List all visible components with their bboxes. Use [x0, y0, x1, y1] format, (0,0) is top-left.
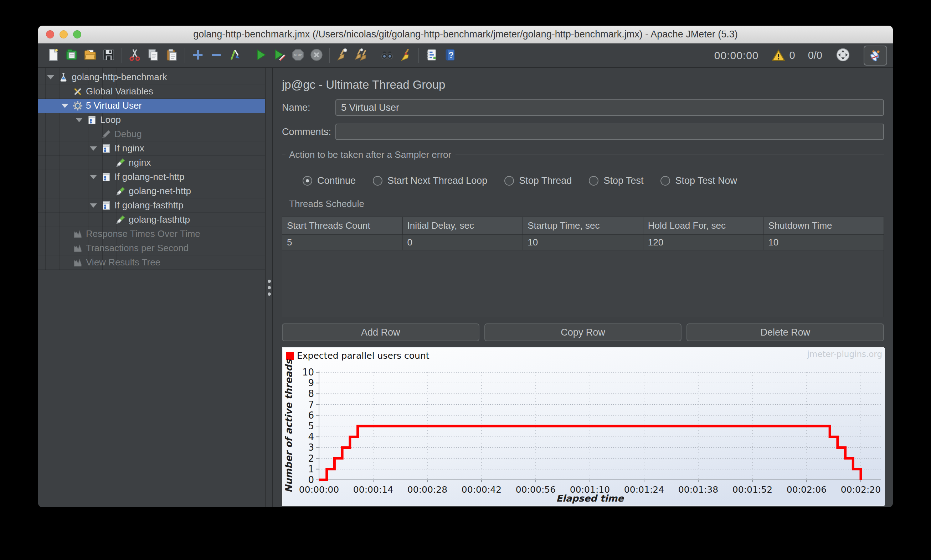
table-cell[interactable]: 10	[763, 235, 883, 250]
sampler-error-options: ContinueStart Next Thread LoopStop Threa…	[303, 175, 884, 186]
close-button[interactable]	[46, 30, 54, 38]
tree-item-global-variables[interactable]: Global Variables	[38, 85, 265, 98]
paste-button[interactable]	[163, 46, 181, 65]
clear-button[interactable]	[333, 46, 352, 65]
copy-row-button[interactable]: Copy Row	[484, 323, 682, 341]
save-button[interactable]	[99, 46, 118, 65]
toggle-button[interactable]	[226, 46, 244, 65]
tree-item-5-virtual-user[interactable]: 5 Virtual User	[38, 98, 265, 113]
tree-item-if-golang-fasthttp[interactable]: If golang-fasthttp	[38, 198, 265, 213]
stop-button[interactable]: STOP	[289, 46, 307, 65]
svg-text:00:02:06: 00:02:06	[787, 485, 826, 495]
tree-item-label: golang-http-benchmark	[72, 72, 167, 83]
search-button[interactable]	[378, 46, 396, 65]
svg-text:3: 3	[308, 442, 314, 453]
cut-icon	[128, 48, 142, 63]
add-row-button[interactable]: Add Row	[282, 323, 479, 341]
copy-button[interactable]	[144, 46, 163, 65]
sphere-arrows-icon	[835, 47, 851, 64]
tree-item-golang-http-benchmark[interactable]: golang-http-benchmark	[38, 70, 265, 85]
add-button[interactable]	[188, 46, 207, 65]
chart-listener-icon	[72, 257, 83, 268]
expand-triangle-icon[interactable]	[76, 118, 83, 122]
radio-stop-test-now[interactable]: Stop Test Now	[660, 175, 737, 186]
start-icon	[254, 48, 268, 63]
tree-item-label: If golang-fasthttp	[114, 200, 183, 211]
tree-item-label: golang-net-http	[129, 186, 191, 197]
tree-item-if-golang-net-http[interactable]: If golang-net-http	[38, 170, 265, 184]
radio-continue[interactable]: Continue	[303, 175, 356, 186]
clear-all-icon	[354, 48, 368, 63]
expand-triangle-icon[interactable]	[47, 75, 54, 80]
tree-item-view-results-tree[interactable]: View Results Tree	[38, 255, 265, 270]
chart-listener-icon	[72, 243, 83, 254]
panel-splitter[interactable]	[266, 68, 273, 507]
search-reset-button[interactable]	[396, 46, 415, 65]
svg-text:00:00:42: 00:00:42	[462, 485, 501, 495]
tree-item-if-nginx[interactable]: If nginx	[38, 142, 265, 156]
subtract-button[interactable]	[207, 46, 226, 65]
name-label: Name:	[282, 102, 335, 113]
radio-stop-test[interactable]: Stop Test	[589, 175, 643, 186]
plugins-manager-button[interactable]	[864, 46, 887, 66]
tree-item-transactions-per-second[interactable]: Transactions per Second	[38, 241, 265, 255]
toolbar-separator	[329, 48, 330, 63]
sampler-error-fieldset: Action to be taken after a Sampler error	[282, 149, 884, 160]
radio-label: Stop Thread	[519, 175, 572, 186]
clear-icon	[335, 48, 350, 63]
shutdown-button[interactable]	[307, 46, 326, 65]
svg-text:00:02:20: 00:02:20	[841, 485, 881, 495]
table-cell[interactable]: 120	[643, 235, 764, 250]
warning-triangle-icon[interactable]	[772, 49, 785, 62]
table-cell[interactable]: 0	[403, 235, 523, 250]
content-area: golang-http-benchmarkGlobal Variables5 V…	[38, 68, 893, 507]
clear-all-button[interactable]	[352, 46, 370, 65]
cut-button[interactable]	[125, 46, 144, 65]
delete-row-button[interactable]: Delete Row	[686, 323, 884, 341]
pencil-gray-icon	[101, 129, 112, 140]
tree-item-label: If nginx	[114, 143, 144, 154]
toolbar-buttons: STOP?	[44, 46, 459, 65]
controller-icon	[101, 200, 112, 211]
shutdown-icon	[309, 48, 324, 63]
tree-item-debug[interactable]: Debug	[38, 127, 265, 142]
tree-item-nginx[interactable]: nginx	[38, 156, 265, 170]
radio-start-next-thread-loop[interactable]: Start Next Thread Loop	[373, 175, 487, 186]
chart-listener-icon	[72, 229, 83, 239]
svg-text:00:00:00: 00:00:00	[299, 485, 339, 495]
controller-icon	[101, 172, 112, 182]
tree-item-golang-net-http[interactable]: golang-net-http	[38, 184, 265, 198]
tree-item-label: Response Times Over Time	[86, 228, 200, 239]
svg-text:10: 10	[302, 367, 314, 378]
templates-icon	[65, 48, 79, 63]
svg-text:2: 2	[308, 453, 314, 464]
name-input[interactable]	[335, 99, 884, 116]
help-button[interactable]: ?	[441, 46, 459, 65]
page-title: jp@gc - Ultimate Thread Group	[282, 78, 884, 92]
open-file-button[interactable]	[81, 46, 99, 65]
new-file-button[interactable]	[44, 46, 62, 65]
expand-triangle-icon[interactable]	[90, 146, 97, 151]
expand-triangle-icon[interactable]	[61, 104, 68, 108]
radio-stop-thread[interactable]: Stop Thread	[504, 175, 572, 186]
svg-text:00:00:56: 00:00:56	[516, 485, 556, 495]
minimize-button[interactable]	[60, 30, 68, 38]
chart-watermark: jmeter-plugins.org	[807, 349, 882, 359]
start-no-pauses-button[interactable]	[270, 46, 289, 65]
comments-input[interactable]	[335, 124, 884, 140]
table-cell[interactable]: 5	[282, 235, 403, 250]
toggle-icon	[228, 48, 242, 63]
templates-button[interactable]	[62, 46, 81, 65]
titlebar: golang-http-benchmark.jmx (/Users/nicola…	[38, 26, 893, 43]
function-helper-button[interactable]	[422, 46, 441, 65]
table-cell[interactable]: 10	[523, 235, 643, 250]
start-button[interactable]	[252, 46, 270, 65]
tree-item-response-times-over-time[interactable]: Response Times Over Time	[38, 227, 265, 241]
radio-circle-icon	[373, 176, 382, 186]
pencil-green-icon	[115, 186, 126, 197]
tree-item-golang-fasthttp[interactable]: golang-fasthttp	[38, 213, 265, 227]
tree-item-loop[interactable]: Loop	[38, 113, 265, 127]
expand-triangle-icon[interactable]	[90, 203, 97, 208]
zoom-button[interactable]	[73, 30, 81, 38]
expand-triangle-icon[interactable]	[90, 175, 97, 179]
